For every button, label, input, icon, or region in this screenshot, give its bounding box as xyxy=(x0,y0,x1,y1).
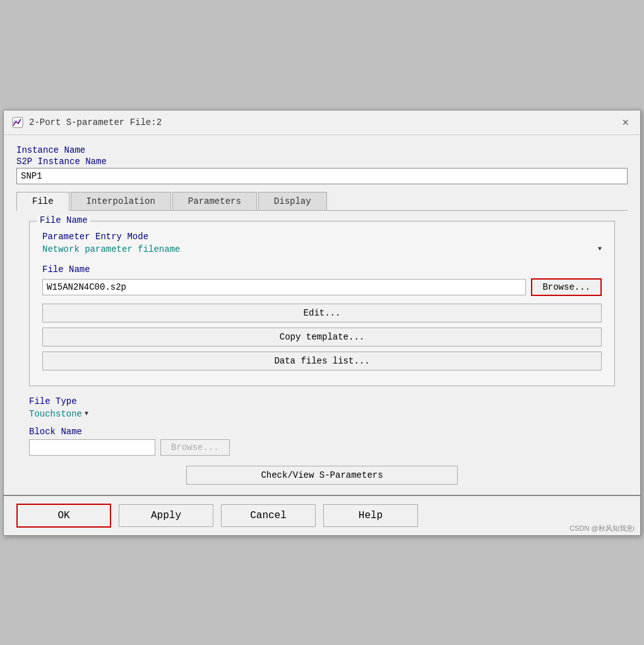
tab-parameters[interactable]: Parameters xyxy=(172,192,257,210)
ok-button[interactable]: OK xyxy=(16,504,111,528)
instance-name-input[interactable] xyxy=(16,168,628,184)
block-browse-button: Browse... xyxy=(160,439,230,456)
block-name-label: Block Name xyxy=(29,427,615,437)
edit-button[interactable]: Edit... xyxy=(42,304,602,322)
file-input-row: Browse... xyxy=(42,278,602,296)
tab-display[interactable]: Display xyxy=(258,192,327,210)
instance-name-label: Instance Name xyxy=(16,145,628,155)
file-type-label: File Type xyxy=(29,396,615,406)
apply-button[interactable]: Apply xyxy=(119,504,213,527)
file-type-value: Touchstone xyxy=(29,409,82,419)
tab-bar: File Interpolation Parameters Display xyxy=(16,192,628,211)
file-name-group: File Name Parameter Entry Mode Network p… xyxy=(29,221,615,386)
app-icon xyxy=(11,116,24,129)
data-files-button[interactable]: Data files list... xyxy=(42,352,602,370)
param-entry-label: Parameter Entry Mode xyxy=(42,232,602,242)
s2p-instance-label: S2P Instance Name xyxy=(16,157,628,167)
watermark: CSDN @秋风知我意i xyxy=(569,524,635,533)
file-type-arrow-icon: ▼ xyxy=(85,410,88,417)
group-title: File Name xyxy=(37,215,90,225)
param-entry-dropdown[interactable]: Network parameter filename ▼ xyxy=(42,244,602,254)
tab-content-file: File Name Parameter Entry Mode Network p… xyxy=(16,221,628,485)
help-button[interactable]: Help xyxy=(323,504,418,527)
file-name-label: File Name xyxy=(42,264,602,275)
param-entry-value: Network parameter filename xyxy=(42,244,595,254)
browse-button[interactable]: Browse... xyxy=(531,278,602,296)
close-button[interactable]: × xyxy=(618,115,633,129)
file-type-dropdown[interactable]: Touchstone ▼ xyxy=(29,409,615,419)
file-name-input[interactable] xyxy=(42,279,526,295)
block-name-input[interactable] xyxy=(29,439,155,456)
dialog-title: 2-Port S-parameter File:2 xyxy=(29,117,162,127)
tab-file[interactable]: File xyxy=(16,192,69,211)
block-name-section: Block Name Browse... xyxy=(29,427,615,456)
block-name-row: Browse... xyxy=(29,439,615,456)
file-type-section: File Type Touchstone ▼ xyxy=(29,396,615,419)
cancel-button[interactable]: Cancel xyxy=(221,504,316,527)
check-s-parameters-button[interactable]: Check/View S-Parameters xyxy=(186,466,458,485)
tab-interpolation[interactable]: Interpolation xyxy=(71,192,171,210)
instance-section: Instance Name S2P Instance Name xyxy=(16,145,628,184)
dialog-footer: OK Apply Cancel Help xyxy=(4,495,640,535)
title-bar: 2-Port S-parameter File:2 × xyxy=(4,110,640,135)
copy-template-button[interactable]: Copy template... xyxy=(42,328,602,346)
param-entry-arrow-icon: ▼ xyxy=(598,246,602,252)
